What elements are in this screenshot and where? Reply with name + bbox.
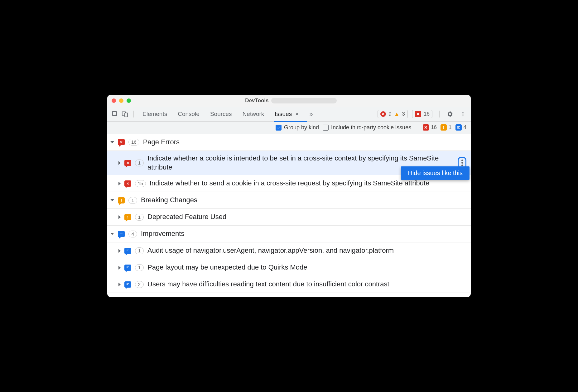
chevron-down-icon[interactable] xyxy=(110,233,114,235)
window-title: DevTools xyxy=(245,98,268,104)
tab-console[interactable]: Console xyxy=(178,108,200,121)
tab-elements[interactable]: Elements xyxy=(142,108,167,121)
svg-point-3 xyxy=(462,112,463,113)
issue-item[interactable]: 1 Deprecated Feature Used xyxy=(107,209,471,226)
info-bubble-icon xyxy=(124,265,131,271)
issue-title: Page layout may be unexpected due to Qui… xyxy=(147,263,466,272)
chevron-right-icon[interactable] xyxy=(118,283,121,286)
chevron-down-icon[interactable] xyxy=(110,199,114,201)
panel-tabs: Elements Console Sources Network Issues … xyxy=(142,108,299,121)
chevron-right-icon[interactable] xyxy=(118,266,121,270)
include-third-party-label: Include third-party cookie issues xyxy=(331,124,411,131)
separator xyxy=(439,111,440,117)
svg-rect-2 xyxy=(125,113,128,117)
group-title: Breaking Changes xyxy=(141,196,466,205)
group-title: Page Errors xyxy=(143,138,466,147)
svg-point-5 xyxy=(462,116,463,117)
tab-sources[interactable]: Sources xyxy=(210,108,232,121)
chevron-down-icon[interactable] xyxy=(110,141,114,143)
more-tabs-icon[interactable]: » xyxy=(310,111,313,117)
issue-count: 1 xyxy=(135,264,144,271)
group-title: Improvements xyxy=(141,229,466,238)
chevron-right-icon[interactable] xyxy=(118,182,121,185)
info-bubble-icon xyxy=(118,231,125,237)
tab-issues[interactable]: Issues × xyxy=(275,108,299,121)
error-icon: ✕ xyxy=(380,111,386,117)
devtools-window: DevTools Elements Console Sources Networ… xyxy=(107,95,471,297)
group-page-errors[interactable]: 16 Page Errors xyxy=(107,134,471,151)
svg-point-4 xyxy=(462,114,463,115)
zoom-window-button[interactable] xyxy=(127,98,131,103)
info-bubble-icon xyxy=(124,281,131,288)
group-count: 16 xyxy=(128,139,139,146)
error-bubble-icon xyxy=(124,180,131,187)
warning-icon: ! xyxy=(441,124,447,131)
issue-item[interactable]: 1 Page layout may be unexpected due to Q… xyxy=(107,259,471,276)
device-toggle-icon[interactable] xyxy=(121,110,129,118)
error-count: 9 xyxy=(388,111,391,117)
minimize-window-button[interactable] xyxy=(119,98,123,103)
titlebar: DevTools xyxy=(107,95,471,107)
svg-rect-7 xyxy=(121,201,122,202)
filter-count-warnings[interactable]: ! 1 xyxy=(441,124,451,131)
tab-issues-label: Issues xyxy=(275,111,292,117)
checkbox-unchecked-icon xyxy=(323,125,329,131)
tab-network[interactable]: Network xyxy=(243,108,264,121)
inspect-element-icon[interactable] xyxy=(111,110,119,118)
issues-status[interactable]: ✕ 16 xyxy=(412,110,432,118)
filter-count-errors[interactable]: ✕ 16 xyxy=(423,124,437,131)
group-count: 1 xyxy=(128,197,137,204)
hide-issues-popup[interactable]: Hide issues like this xyxy=(401,166,470,180)
issue-title: Audit usage of navigator.userAgent, navi… xyxy=(147,246,466,255)
issue-count: 1 xyxy=(135,247,144,254)
window-subtitle-redacted xyxy=(271,98,337,103)
info-bubble-icon xyxy=(124,248,131,254)
group-breaking-changes[interactable]: 1 Breaking Changes xyxy=(107,192,471,209)
filter-error-count: 16 xyxy=(431,124,437,131)
group-improvements[interactable]: 4 Improvements xyxy=(107,226,471,242)
svg-rect-8 xyxy=(128,216,128,218)
filter-info-count: 4 xyxy=(464,124,466,131)
more-menu-icon[interactable] xyxy=(459,110,467,118)
warning-count: 3 xyxy=(402,111,405,117)
issue-count: 1 xyxy=(135,160,144,166)
checkbox-checked-icon xyxy=(276,125,282,131)
issue-count: 2 xyxy=(135,281,144,288)
issue-title: Deprecated Feature Used xyxy=(147,213,466,222)
group-count: 4 xyxy=(128,231,137,237)
issues-error-count: 16 xyxy=(424,111,430,117)
close-window-button[interactable] xyxy=(112,98,116,103)
filter-warning-count: 1 xyxy=(449,124,451,131)
group-by-kind-label: Group by kind xyxy=(284,124,319,131)
warning-icon: ▲ xyxy=(394,111,400,117)
filter-count-info[interactable]: 4 xyxy=(455,124,466,131)
issue-count: 1 xyxy=(135,214,144,221)
chevron-right-icon[interactable] xyxy=(118,215,121,219)
devtools-toolbar: Elements Console Sources Network Issues … xyxy=(107,107,471,122)
chevron-right-icon[interactable] xyxy=(118,249,121,253)
close-tab-icon[interactable]: × xyxy=(296,111,299,117)
issues-filterbar: Group by kind Include third-party cookie… xyxy=(107,122,471,134)
settings-icon[interactable] xyxy=(446,110,454,118)
issue-title: Users may have difficulties reading text… xyxy=(147,280,466,289)
issue-title: Indicate whether to send a cookie in a c… xyxy=(150,179,466,188)
warning-bubble-icon xyxy=(118,197,125,203)
issue-item[interactable]: 1 Indicate whether a cookie is intended … xyxy=(107,151,471,175)
error-bubble-icon xyxy=(118,139,125,145)
issue-item[interactable]: 1 Audit usage of navigator.userAgent, na… xyxy=(107,242,471,259)
chevron-right-icon[interactable] xyxy=(118,161,121,165)
issue-item[interactable]: 2 Users may have difficulties reading te… xyxy=(107,276,471,293)
include-third-party-checkbox[interactable]: Include third-party cookie issues xyxy=(323,124,411,131)
info-icon xyxy=(455,124,462,131)
warning-bubble-icon xyxy=(124,214,131,220)
separator xyxy=(417,124,417,131)
error-icon: ✕ xyxy=(423,124,429,131)
separator xyxy=(133,111,134,117)
svg-rect-9 xyxy=(128,218,128,218)
issues-list: 16 Page Errors 1 Indicate whether a cook… xyxy=(107,134,471,293)
console-status[interactable]: ✕ 9 ▲ 3 xyxy=(378,110,408,118)
error-bubble-icon xyxy=(124,160,131,166)
group-by-kind-checkbox[interactable]: Group by kind xyxy=(276,124,319,131)
issue-count: 15 xyxy=(135,180,146,187)
error-icon: ✕ xyxy=(415,111,421,117)
